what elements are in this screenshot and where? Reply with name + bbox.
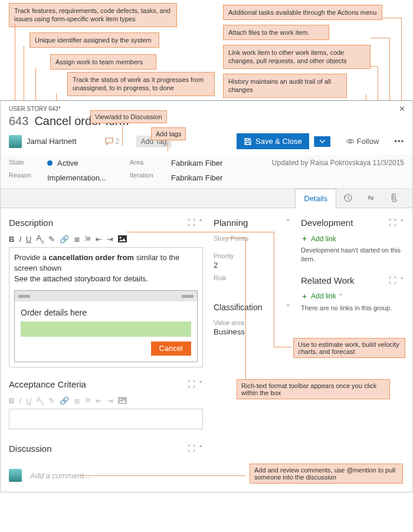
outdent-button[interactable]: ⇤: [96, 235, 102, 244]
chevron-up-icon[interactable]: ˄: [400, 276, 404, 285]
indent-button[interactable]: ⇥: [107, 235, 113, 244]
value-area-label: Value area: [214, 319, 290, 326]
reason-value[interactable]: Implementation...: [47, 173, 124, 182]
maximize-icon[interactable]: ⛶: [389, 218, 396, 227]
description-editor[interactable]: Provide a cancellation order from simila…: [9, 247, 203, 367]
svg-point-3: [119, 237, 121, 239]
iteration-value[interactable]: Fabrikam Fiber: [171, 173, 236, 182]
callout-comment: Add and review comments, use @mention to…: [250, 464, 403, 484]
story-points-label: Story Points: [214, 235, 290, 242]
chevron-up-icon[interactable]: ˄: [199, 218, 203, 227]
save-dropdown[interactable]: [314, 136, 330, 147]
svg-point-0: [349, 140, 351, 143]
mockup-cancel-button: Cancel: [151, 341, 191, 356]
classification-heading: Classification: [214, 303, 262, 312]
related-note: There are no links in this group.: [301, 304, 404, 313]
callout-link: Link work item to other work items, code…: [223, 45, 371, 69]
chevron-up-icon[interactable]: ˄: [199, 444, 203, 453]
maximize-icon[interactable]: ⛶: [389, 276, 396, 285]
chevron-up-icon[interactable]: ˄: [400, 218, 404, 227]
acceptance-heading: Acceptance Criteria: [9, 379, 86, 389]
clear-format-button[interactable]: ✎: [48, 235, 55, 244]
acceptance-editor[interactable]: [9, 409, 203, 429]
bullets-button[interactable]: ≣: [74, 235, 80, 244]
state-value[interactable]: Active: [47, 159, 124, 168]
callout-history: History maintains an audit trail of all …: [223, 74, 347, 98]
discussion-heading: Discussion: [9, 444, 52, 454]
eye-icon: [346, 138, 355, 145]
callouts-region: Track features, requirements, code defec…: [0, 0, 413, 100]
chevron-up-icon[interactable]: ˄: [199, 380, 203, 389]
font-button[interactable]: A₀: [36, 234, 44, 245]
assignee-name[interactable]: Jamal Hartnett: [27, 137, 77, 146]
follow-button[interactable]: Follow: [346, 137, 379, 146]
maximize-icon[interactable]: ⛶: [188, 218, 195, 227]
maximize-icon[interactable]: ⛶: [188, 380, 195, 389]
area-value[interactable]: Fabrikam Fiber: [171, 159, 236, 168]
state-dot-icon: [47, 160, 53, 166]
updated-by: Updated by Raisa Pokrovskaya 11/3/2015: [242, 159, 404, 182]
related-add-link[interactable]: ＋Add link ˅: [301, 291, 404, 301]
callout-addtags: Add tags: [151, 127, 186, 140]
italic-button[interactable]: I: [19, 235, 21, 244]
callout-state: Track the status of work as it progresse…: [67, 72, 215, 96]
links-tab-icon[interactable]: [359, 189, 382, 208]
maximize-icon[interactable]: ⛶: [188, 444, 195, 453]
chevron-up-icon[interactable]: ˄: [286, 303, 290, 312]
callout-id: Unique identifier assigned by the system: [30, 32, 159, 48]
callout-estimate: Use to estimate work, build velocity cha…: [293, 338, 405, 358]
callout-type: Track features, requirements, code defec…: [9, 3, 177, 27]
chevron-up-icon[interactable]: ˄: [286, 218, 290, 227]
work-item-type-label: USER STORY 643*: [1, 101, 412, 112]
history-tab-icon[interactable]: [336, 189, 359, 208]
callout-assign: Assign work to team members: [50, 54, 156, 70]
more-actions-button[interactable]: •••: [394, 137, 404, 146]
callout-actions: Additional tasks available through the A…: [223, 5, 382, 20]
callout-discussion: View/add to Discussion: [90, 110, 167, 123]
close-icon[interactable]: ✕: [399, 104, 405, 113]
callout-rte: Rich-text format toolbar appears once yo…: [237, 379, 390, 399]
link-button[interactable]: 🔗: [60, 235, 69, 244]
related-heading: Related Work: [301, 275, 355, 285]
avatar: [9, 135, 22, 148]
priority-label: Priority: [214, 252, 290, 260]
risk-label: Risk: [214, 274, 290, 281]
value-area-value[interactable]: Business: [214, 327, 290, 336]
description-heading: Description: [9, 218, 53, 228]
state-label: State: [9, 159, 41, 166]
tab-details[interactable]: Details: [295, 189, 336, 208]
save-icon: [244, 137, 252, 146]
attachments-tab-icon[interactable]: [382, 189, 404, 208]
svg-point-5: [119, 399, 121, 400]
work-item-form: ✕ USER STORY 643* 643 Cancel order form …: [0, 100, 413, 492]
area-label: Area: [130, 159, 165, 166]
planning-heading: Planning: [214, 218, 248, 228]
work-item-id: 643: [9, 114, 28, 128]
dev-note: Development hasn't started on this item.: [301, 246, 404, 264]
underline-button[interactable]: U: [26, 235, 31, 244]
reason-label: Reason: [9, 172, 41, 179]
numbering-button[interactable]: ⦙≡: [85, 234, 91, 244]
development-heading: Development: [301, 218, 353, 228]
mockup-dialog: Order details here Cancel: [14, 290, 198, 362]
image-button[interactable]: [118, 235, 127, 242]
comment-icon: [105, 137, 114, 145]
save-close-button[interactable]: Save & Close: [237, 133, 309, 149]
rte-toolbar: B I U A₀ ✎ 🔗 ≣ ⦙≡ ⇤ ⇥: [9, 231, 203, 247]
dev-add-link[interactable]: ＋Add link: [301, 234, 404, 244]
svg-rect-4: [118, 397, 127, 404]
priority-value[interactable]: 2: [214, 261, 290, 270]
rte-toolbar-disabled: BIUA₀✎🔗≣⦙≡⇤⇥: [9, 393, 203, 409]
callout-attach: Attach files to the work item.: [223, 25, 329, 40]
mockup-title: Order details here: [21, 307, 191, 319]
iteration-label: Iteration: [130, 172, 165, 179]
bold-button[interactable]: B: [9, 235, 14, 244]
svg-rect-2: [118, 235, 127, 242]
discussion-count[interactable]: 2: [105, 137, 120, 146]
avatar: [9, 469, 22, 482]
chevron-down-icon: [320, 140, 325, 143]
